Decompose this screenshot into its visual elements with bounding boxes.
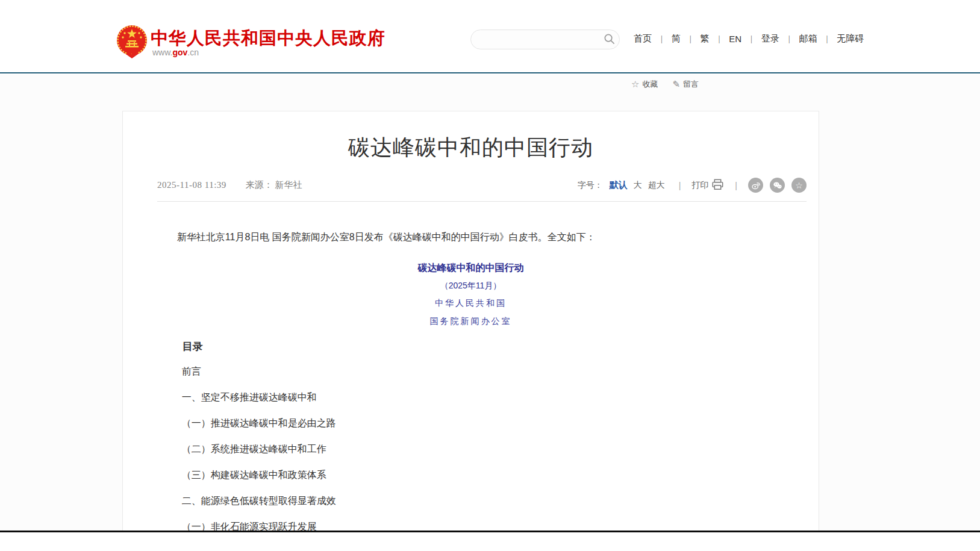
printer-icon [711, 179, 724, 192]
document-heading-block: 碳达峰碳中和的中国行动 （2025年11月） 中华人民共和国 国务院新闻办公室 [174, 261, 767, 328]
toc-item: （二）系统推进碳达峰碳中和工作 [174, 442, 767, 456]
document-org-line1: 中华人民共和国 [174, 297, 767, 310]
area-below-viewport [0, 532, 980, 551]
site-url-cn: .cn [187, 48, 199, 57]
nav-separator: ｜ [687, 34, 694, 45]
publish-date: 2025-11-08 11:39 [157, 180, 226, 190]
meta-separator: | [735, 181, 737, 190]
font-size-xlarge-button[interactable]: 超大 [645, 180, 668, 191]
nav-separator: ｜ [715, 34, 723, 45]
weibo-share-icon[interactable] [748, 178, 763, 193]
document-title: 碳达峰碳中和的中国行动 [174, 261, 767, 275]
star-icon: ☆ [795, 181, 803, 190]
font-size-default-button[interactable]: 默认 [607, 179, 631, 191]
nav-item-simplified-chinese[interactable]: 简 [666, 33, 687, 45]
font-size-large-button[interactable]: 大 [631, 180, 645, 191]
toc-item: 前言 [174, 364, 767, 379]
search-box [470, 30, 620, 49]
source-value[interactable]: 新华社 [275, 180, 302, 190]
nav-item-home[interactable]: 首页 [628, 33, 658, 45]
nav-item-login[interactable]: 登录 [755, 33, 785, 45]
nav-item-accessibility[interactable]: 无障碍 [831, 33, 870, 45]
viewport-bottom-edge [0, 531, 980, 532]
wechat-share-icon[interactable] [770, 178, 785, 193]
search-input[interactable] [471, 35, 599, 45]
share-icons: ☆ [748, 178, 807, 193]
search-button[interactable] [599, 30, 619, 49]
nav-separator: ｜ [658, 34, 666, 45]
search-icon [604, 33, 615, 46]
favorite-label: 收藏 [642, 79, 658, 90]
article-card: 碳达峰碳中和的中国行动 2025-11-08 11:39 来源： 新华社 字号：… [122, 111, 819, 531]
toc-heading: 目录 [174, 339, 767, 355]
nav-separator: ｜ [823, 34, 831, 45]
toc-list: 前言一、坚定不移推进碳达峰碳中和（一）推进碳达峰碳中和是必由之路（二）系统推进碳… [174, 364, 767, 531]
toc-item: 一、坚定不移推进碳达峰碳中和 [174, 390, 767, 405]
site-url-www: www. [152, 48, 172, 57]
toc-item: （一）非化石能源实现跃升发展 [174, 520, 767, 531]
article-meta-row: 2025-11-08 11:39 来源： 新华社 字号： 默认 大 超大 | 打… [157, 178, 807, 202]
favorite-button[interactable]: ☆ 收藏 [631, 79, 658, 90]
comment-pencil-icon: ✎ [672, 79, 680, 90]
lead-paragraph: 新华社北京11月8日电 国务院新闻办公室8日发布《碳达峰碳中和的中国行动》白皮书… [174, 229, 767, 245]
source: 来源： 新华社 [246, 179, 302, 191]
meta-separator: | [679, 181, 681, 190]
toc-item: （三）构建碳达峰碳中和政策体系 [174, 468, 767, 482]
print-label: 打印 [691, 180, 708, 191]
nav-item-traditional-chinese[interactable]: 繁 [694, 33, 715, 45]
article-title: 碳达峰碳中和的中国行动 [123, 134, 819, 161]
comment-label: 留言 [683, 79, 699, 90]
site-url-gov: gov [172, 48, 187, 57]
site-title: 中华人民共和国中央人民政府 [151, 26, 385, 51]
site-url: www.gov.cn [152, 48, 199, 57]
favorite-share-icon[interactable]: ☆ [791, 178, 807, 193]
site-header: 中华人民共和国中央人民政府 www.gov.cn 首页｜简｜繁｜EN｜登录｜邮箱… [0, 0, 980, 73]
page-actions: ☆ 收藏 ✎ 留言 [631, 79, 699, 90]
toc-item: 二、能源绿色低碳转型取得显著成效 [174, 494, 767, 508]
nav-separator: ｜ [747, 34, 755, 45]
print-button[interactable]: 打印 [691, 179, 724, 192]
nav-separator: ｜ [785, 34, 793, 45]
nav-item-mail[interactable]: 邮箱 [793, 33, 823, 45]
comment-button[interactable]: ✎ 留言 [672, 79, 699, 90]
favorite-star-icon: ☆ [631, 79, 639, 90]
source-label: 来源： [246, 180, 273, 190]
national-emblem-logo [116, 24, 148, 59]
article-meta-left: 2025-11-08 11:39 来源： 新华社 [157, 179, 302, 191]
top-nav: 首页｜简｜繁｜EN｜登录｜邮箱｜无障碍 [628, 33, 870, 45]
document-date: （2025年11月） [174, 279, 767, 292]
article-meta-right: 字号： 默认 大 超大 | 打印 | [578, 178, 807, 193]
document-org-line2: 国务院新闻办公室 [174, 315, 767, 328]
article-body: 新华社北京11月8日电 国务院新闻办公室8日发布《碳达峰碳中和的中国行动》白皮书… [123, 229, 819, 531]
font-size-label: 字号： [578, 180, 603, 191]
nav-item-english[interactable]: EN [723, 34, 747, 44]
toc-item: （一）推进碳达峰碳中和是必由之路 [174, 416, 767, 431]
